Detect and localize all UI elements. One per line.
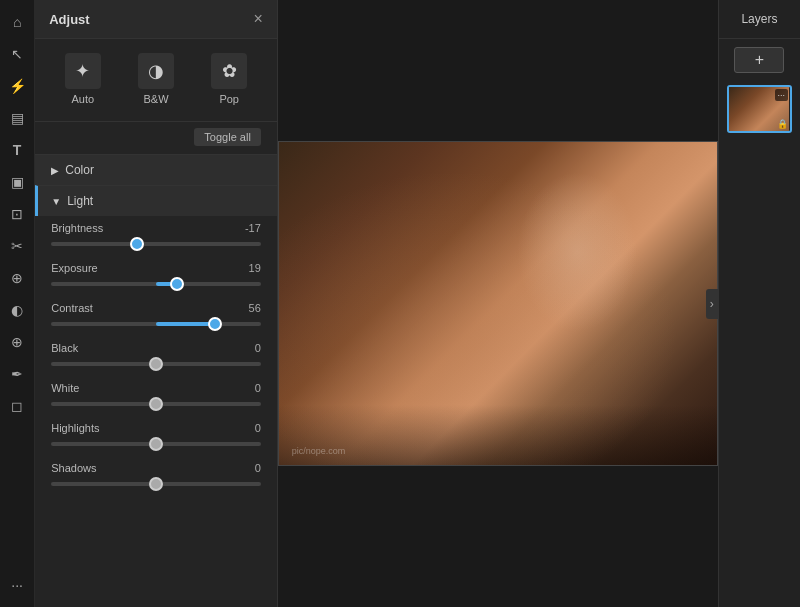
- photo-container: pic/nope.com: [278, 141, 718, 466]
- left-sidebar: ⌂ ↖ ⚡ ▤ T ▣ ⊡ ✂ ⊕ ◐ ⊕ ✒ ◻ ···: [0, 0, 35, 607]
- bw-icon: ◑: [138, 53, 174, 89]
- pop-preset-button[interactable]: ✿ Pop: [211, 53, 247, 105]
- white-thumb[interactable]: [149, 397, 163, 411]
- highlights-track[interactable]: [51, 442, 261, 446]
- tune-icon[interactable]: ⊕: [3, 264, 31, 292]
- black-thumb[interactable]: [149, 357, 163, 371]
- exposure-value: 19: [233, 262, 261, 274]
- scissors-icon[interactable]: ✂: [3, 232, 31, 260]
- more-tools-icon[interactable]: ···: [3, 571, 31, 599]
- white-track[interactable]: [51, 402, 261, 406]
- watermark: pic/nope.com: [292, 446, 346, 456]
- toggle-all-button[interactable]: Toggle all: [194, 128, 260, 146]
- white-label: White: [51, 382, 79, 394]
- contrast-slider-row: Contrast 56: [43, 296, 269, 336]
- light-section-label: Light: [67, 194, 93, 208]
- brightness-value: -17: [233, 222, 261, 234]
- circle-half-icon[interactable]: ◐: [3, 296, 31, 324]
- frame-icon[interactable]: ▣: [3, 168, 31, 196]
- crop-icon[interactable]: ⊡: [3, 200, 31, 228]
- home-icon[interactable]: ⌂: [3, 8, 31, 36]
- white-slider-row: White 0: [43, 376, 269, 416]
- adjust-header: Adjust ×: [35, 0, 277, 39]
- brightness-label: Brightness: [51, 222, 103, 234]
- black-label: Black: [51, 342, 78, 354]
- add-layer-button[interactable]: +: [734, 47, 784, 73]
- exposure-thumb[interactable]: [170, 277, 184, 291]
- brightness-track[interactable]: [51, 242, 261, 246]
- highlights-slider-row: Highlights 0: [43, 416, 269, 456]
- contrast-thumb[interactable]: [208, 317, 222, 331]
- brightness-thumb[interactable]: [130, 237, 144, 251]
- bw-label: B&W: [143, 93, 168, 105]
- color-arrow: ▶: [51, 165, 59, 176]
- black-value: 0: [233, 342, 261, 354]
- exposure-slider-row: Exposure 19: [43, 256, 269, 296]
- layers-icon[interactable]: ▤: [3, 104, 31, 132]
- brightness-slider-row: Brightness -17: [43, 216, 269, 256]
- auto-icon: ✦: [65, 53, 101, 89]
- eraser-icon[interactable]: ◻: [3, 392, 31, 420]
- bw-preset-button[interactable]: ◑ B&W: [138, 53, 174, 105]
- contrast-label: Contrast: [51, 302, 93, 314]
- color-section-label: Color: [65, 163, 94, 177]
- close-button[interactable]: ×: [253, 10, 262, 28]
- photo-image: [278, 141, 718, 466]
- auto-label: Auto: [72, 93, 95, 105]
- preset-row: ✦ Auto ◑ B&W ✿ Pop: [35, 39, 277, 119]
- expand-panel-button[interactable]: ›: [706, 289, 718, 319]
- black-track[interactable]: [51, 362, 261, 366]
- contrast-track[interactable]: [51, 322, 261, 326]
- pen-icon[interactable]: ✒: [3, 360, 31, 388]
- adjust-panel: Adjust × ✦ Auto ◑ B&W ✿ Pop Toggle all ▶…: [35, 0, 278, 607]
- exposure-label: Exposure: [51, 262, 97, 274]
- layer-thumbnail[interactable]: ··· 🔒: [727, 85, 792, 133]
- toggle-all-row: Toggle all: [35, 124, 277, 154]
- shadows-thumb[interactable]: [149, 477, 163, 491]
- light-sliders: Brightness -17 Exposure 19 Contrast: [35, 216, 277, 496]
- lightning-icon[interactable]: ⚡: [3, 72, 31, 100]
- highlights-thumb[interactable]: [149, 437, 163, 451]
- layer-lock-icon: 🔒: [777, 119, 788, 129]
- layer-menu-button[interactable]: ···: [775, 89, 789, 101]
- highlights-value: 0: [233, 422, 261, 434]
- light-section-header[interactable]: ▼ Light: [35, 185, 277, 216]
- highlights-label: Highlights: [51, 422, 99, 434]
- color-section-header[interactable]: ▶ Color: [35, 154, 277, 185]
- shadows-value: 0: [233, 462, 261, 474]
- pop-icon: ✿: [211, 53, 247, 89]
- shadows-slider-row: Shadows 0: [43, 456, 269, 496]
- canvas-area: pic/nope.com ›: [278, 0, 718, 607]
- pop-label: Pop: [219, 93, 239, 105]
- layers-panel: Layers + ··· 🔒: [718, 0, 800, 607]
- cursor-icon[interactable]: ↖: [3, 40, 31, 68]
- shadows-label: Shadows: [51, 462, 96, 474]
- black-slider-row: Black 0: [43, 336, 269, 376]
- auto-preset-button[interactable]: ✦ Auto: [65, 53, 101, 105]
- layers-title: Layers: [719, 0, 800, 39]
- exposure-track[interactable]: [51, 282, 261, 286]
- shadows-track[interactable]: [51, 482, 261, 486]
- white-value: 0: [233, 382, 261, 394]
- contrast-value: 56: [233, 302, 261, 314]
- light-arrow: ▼: [51, 196, 61, 207]
- adjust-icon[interactable]: ⊕: [3, 328, 31, 356]
- text-icon[interactable]: T: [3, 136, 31, 164]
- adjust-title: Adjust: [49, 12, 89, 27]
